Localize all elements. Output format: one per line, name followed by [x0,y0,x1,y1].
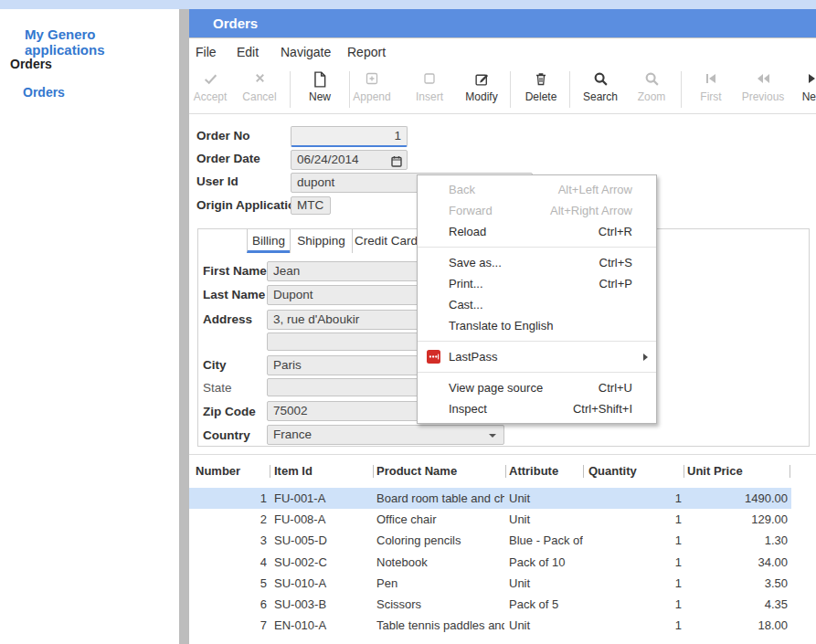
context-menu-item-view-source[interactable]: View page source Ctrl+U [418,377,656,398]
submenu-arrow-icon [643,354,648,361]
browser-context-menu: Back Alt+Left Arrow Forward Alt+Right Ar… [417,174,657,424]
delete-button[interactable]: Delete [516,69,566,110]
menu-navigate[interactable]: Navigate [281,38,331,66]
column-header-number[interactable]: Number [196,464,240,478]
skip-first-icon [686,71,736,90]
menu-edit[interactable]: Edit [237,38,259,66]
column-header-unit-price[interactable]: Unit Price [687,464,743,478]
tab-credit-card[interactable]: Credit Card [352,229,420,253]
search-button[interactable]: Search [576,69,625,110]
origin-application-field[interactable]: MTC [291,196,331,215]
new-button[interactable]: New [295,69,344,110]
new-document-icon [295,71,344,90]
insert-button[interactable]: Insert [405,69,454,110]
sidebar-title[interactable]: My Genero applications [25,26,179,58]
city-label: City [203,358,227,372]
accept-button[interactable]: Accept [185,69,235,110]
context-menu-item-cast[interactable]: Cast... [418,294,656,315]
toolbar-separator [510,71,511,108]
next-button[interactable]: Next [789,69,816,110]
user-id-label: User Id [196,174,238,188]
order-no-label: Order No [196,129,250,143]
table-row[interactable]: 3 SU-005-D Coloring pencils Blue - Pack … [189,530,791,551]
context-menu-item-back[interactable]: Back Alt+Left Arrow [418,179,656,200]
column-header-quantity[interactable]: Quantity [588,464,637,478]
dropdown-arrow-icon[interactable] [489,434,496,438]
column-header-item-id[interactable]: Item Id [274,464,313,478]
last-name-label: Last Name [203,288,265,301]
table-row[interactable]: 7 EN-010-A Table tennis paddles and Unit… [189,615,791,636]
state-label: State [203,381,232,395]
context-menu-item-reload[interactable]: Reload Ctrl+R [418,221,656,242]
append-button[interactable]: Append [347,69,397,110]
column-divider[interactable] [373,465,374,478]
column-divider[interactable] [583,465,584,478]
trash-icon [516,71,566,90]
x-icon [235,71,284,90]
column-divider[interactable] [270,465,270,478]
context-menu-separator [418,341,656,342]
context-menu-separator [418,372,656,373]
check-icon [185,71,235,90]
column-divider[interactable] [505,465,506,478]
context-menu-item-inspect[interactable]: Inspect Ctrl+Shift+I [418,398,656,419]
toolbar-separator [681,71,682,108]
table-row[interactable]: 1 FU-001-A Board room table and ch Unit … [189,488,791,509]
address-label: Address [203,312,252,326]
menubar: File Edit Navigate Report [189,38,816,66]
lastpass-icon [427,350,440,364]
rewind-icon [738,71,788,90]
context-menu-item-translate[interactable]: Translate to English [418,315,656,336]
context-menu-separator [418,247,656,248]
context-menu-item-print[interactable]: Print... Ctrl+P [418,273,656,294]
order-no-field[interactable]: 1 [291,126,408,147]
first-name-label: First Name [203,264,267,278]
pencil-square-icon [457,71,506,90]
first-button[interactable]: First [686,69,736,110]
column-header-attribute[interactable]: Attribute [509,464,558,478]
order-lines-table: Number Item Id Product Name Attribute Qu… [189,455,816,644]
zoom-magnifier-icon [627,71,676,90]
menu-file[interactable]: File [196,38,217,66]
menu-report[interactable]: Report [347,38,386,66]
tab-shipping[interactable]: Shipping [290,229,352,253]
modify-button[interactable]: Modify [457,69,506,110]
table-row[interactable]: 6 SU-003-B Scissors Pack of 5 1 4.35 [189,594,791,615]
previous-button[interactable]: Previous [738,69,788,110]
column-header-product[interactable]: Product Name [376,464,457,478]
context-menu-item-forward[interactable]: Forward Alt+Right Arrow [418,200,656,221]
skip-next-icon [789,71,816,90]
column-divider[interactable] [790,465,790,478]
window-titlebar: Orders [189,9,816,38]
toolbar-separator [569,71,570,108]
table-row[interactable]: 2 FU-008-A Office chair Unit 1 129.00 [189,509,791,530]
context-menu-item-save-as[interactable]: Save as... Ctrl+S [418,252,656,273]
sidebar-group-orders: Orders [10,57,52,71]
context-menu-item-lastpass[interactable]: LastPass [418,346,656,367]
table-row[interactable]: 5 SU-010-A Pen Unit 1 3.50 [189,573,791,594]
search-icon [576,71,625,90]
column-divider[interactable] [684,465,684,478]
toolbar: Accept Cancel New Append Insert Modify D… [189,66,816,114]
toolbar-separator [290,71,291,108]
tab-billing[interactable]: Billing [247,229,290,253]
zoom-button[interactable]: Zoom [627,69,676,110]
zip-code-label: Zip Code [203,405,256,418]
plus-square-icon [347,71,397,90]
calendar-icon[interactable] [391,154,402,170]
sidebar-item-orders[interactable]: Orders [23,85,65,100]
sidebar: My Genero applications Orders Orders [0,9,179,644]
cancel-button[interactable]: Cancel [235,69,284,110]
order-date-label: Order Date [196,152,260,165]
country-label: Country [203,428,250,442]
origin-application-label: Origin Application [196,198,303,212]
table-row[interactable]: 4 SU-002-C Notebook Pack of 10 1 34.00 [189,552,791,573]
square-icon [405,71,454,90]
window-title: Orders [213,9,258,37]
country-combobox[interactable]: France [267,425,504,445]
browser-top-strip [0,0,816,9]
order-date-field[interactable]: 06/24/2014 [291,150,408,170]
